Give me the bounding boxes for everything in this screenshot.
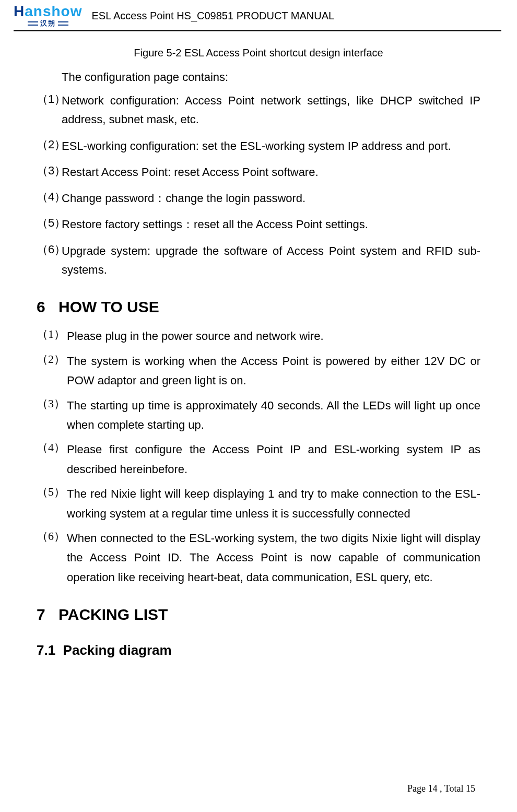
list-item-text: Restore factory settings：reset all the A…	[62, 215, 480, 234]
section-7-number: 7	[37, 606, 58, 623]
list-item-text: Please first configure the Access Point …	[53, 440, 480, 479]
list-item-text: The starting up time is approximately 40…	[53, 396, 480, 435]
list-item: （6） Upgrade system: upgrade the software…	[37, 242, 480, 280]
list-item: （5） The red Nixie light will keep displa…	[37, 484, 480, 523]
list-item: （3） The starting up time is approximatel…	[37, 396, 480, 435]
section-7-1-heading: 7.1 Packing diagram	[37, 642, 480, 658]
list-item-text: Change password：change the login passwor…	[62, 189, 480, 208]
list-item-text: Upgrade system: upgrade the software of …	[62, 242, 480, 280]
page: Hanshow 汉朔 ESL Access Point HS_C09851 PR…	[0, 0, 517, 812]
brand-logo: Hanshow 汉朔	[14, 3, 82, 28]
list-item-number: （4）	[37, 189, 62, 208]
section-7-1-number: 7.1	[37, 642, 55, 658]
list-item-text: The red Nixie light will keep displaying…	[53, 484, 480, 523]
howto-list: （1） Please plug in the power source and …	[37, 326, 480, 587]
list-item-number: （2）	[37, 137, 62, 156]
brand-logo-line-right	[58, 21, 68, 26]
list-item: （4） Change password：change the login pas…	[37, 189, 480, 208]
header-divider	[14, 30, 501, 31]
page-footer: Page 14 , Total 15	[407, 783, 475, 794]
brand-logo-line-left	[28, 21, 38, 26]
page-header: Hanshow 汉朔 ESL Access Point HS_C09851 PR…	[14, 3, 501, 28]
brand-logo-sub: 汉朔	[26, 19, 70, 28]
header-title: ESL Access Point HS_C09851 PRODUCT MANUA…	[91, 10, 334, 22]
section-7-title: PACKING LIST	[58, 606, 168, 623]
list-item: （2） ESL-working configuration: set the E…	[37, 137, 480, 156]
list-item-text: When connected to the ESL-working system…	[53, 528, 480, 587]
section-6-title: HOW TO USE	[58, 298, 159, 315]
brand-logo-initial: H	[14, 3, 25, 20]
list-item: （4） Please first configure the Access Po…	[37, 440, 480, 479]
brand-logo-rest: anshow	[25, 3, 82, 20]
list-item-text: ESL-working configuration: set the ESL-w…	[62, 137, 480, 156]
figure-caption: Figure 5-2 ESL Access Point shortcut des…	[37, 47, 480, 59]
config-list: （1） Network configuration: Access Point …	[37, 91, 480, 279]
list-item-text: The system is working when the Access Po…	[53, 351, 480, 391]
brand-logo-cn: 汉朔	[40, 19, 56, 28]
list-item-number: （5）	[37, 215, 62, 234]
list-item-text: Network configuration: Access Point netw…	[62, 91, 480, 130]
section-7-heading: 7PACKING LIST	[37, 606, 480, 623]
list-item-number: （3）	[37, 163, 62, 182]
list-item-text: Restart Access Point: reset Access Point…	[62, 163, 480, 182]
list-item: （5） Restore factory settings：reset all t…	[37, 215, 480, 234]
list-item: （6） When connected to the ESL-working sy…	[37, 528, 480, 587]
list-item: （2） The system is working when the Acces…	[37, 351, 480, 391]
brand-logo-word: Hanshow	[14, 3, 82, 20]
intro-text: The configuration page contains:	[62, 70, 480, 84]
list-item: （1） Please plug in the power source and …	[37, 326, 480, 346]
list-item-number: （1）	[37, 91, 62, 130]
section-7-1-title: Packing diagram	[63, 642, 172, 658]
section-6-heading: 6HOW TO USE	[37, 298, 480, 316]
section-6-number: 6	[37, 298, 58, 316]
list-item-text: Please plug in the power source and netw…	[53, 326, 480, 346]
list-item: （1） Network configuration: Access Point …	[37, 91, 480, 130]
list-item-number: （6）	[37, 242, 62, 280]
list-item: （3） Restart Access Point: reset Access P…	[37, 163, 480, 182]
